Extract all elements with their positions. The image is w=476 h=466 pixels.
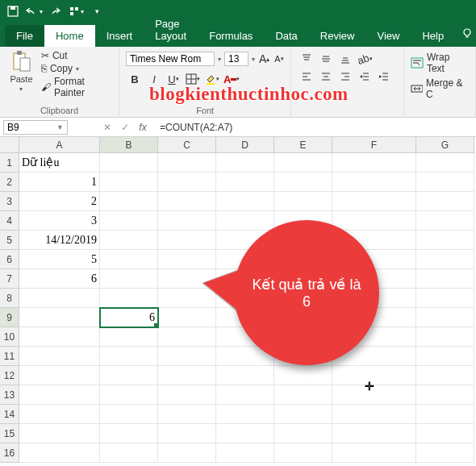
cell-g14[interactable] — [416, 405, 474, 424]
cell-b5[interactable] — [100, 231, 158, 250]
cell-f2[interactable] — [332, 173, 416, 192]
row-header-7[interactable]: 7 — [0, 269, 19, 289]
cell-f3[interactable] — [332, 192, 416, 211]
cell-g5[interactable] — [416, 231, 474, 250]
cell-f13[interactable] — [332, 385, 416, 405]
cell-a2[interactable]: 1 — [19, 173, 100, 192]
cell-c4[interactable] — [158, 211, 216, 231]
cell-e12[interactable] — [274, 366, 332, 385]
cell-a16[interactable] — [19, 443, 100, 463]
row-header-9[interactable]: 9 — [0, 308, 19, 327]
align-top-button[interactable] — [298, 50, 315, 68]
tab-review[interactable]: Review — [309, 25, 366, 47]
cell-a4[interactable]: 3 — [19, 211, 100, 231]
cell-e2[interactable] — [274, 173, 332, 192]
cell-a6[interactable]: 5 — [19, 250, 100, 269]
cell-d13[interactable] — [216, 385, 274, 405]
cell-g15[interactable] — [416, 424, 474, 443]
cell-g12[interactable] — [416, 366, 474, 385]
cell-b4[interactable] — [100, 211, 158, 231]
tab-page-layout[interactable]: Page Layout — [144, 13, 198, 47]
cell-c1[interactable] — [158, 153, 216, 173]
formula-input[interactable] — [155, 120, 476, 135]
customize-qat-icon[interactable]: ▾ — [87, 2, 106, 21]
increase-font-button[interactable]: A▴ — [258, 50, 270, 68]
cell-e14[interactable] — [274, 405, 332, 424]
cell-d16[interactable] — [216, 443, 274, 463]
align-center-button[interactable] — [317, 68, 335, 85]
cell-d3[interactable] — [216, 192, 274, 211]
cell-d14[interactable] — [216, 405, 274, 424]
cell-g8[interactable] — [416, 289, 474, 308]
decrease-indent-button[interactable] — [356, 68, 374, 85]
undo-icon[interactable]: ▾ — [24, 2, 44, 21]
align-left-button[interactable] — [298, 68, 315, 85]
cell-f12[interactable] — [332, 366, 416, 385]
row-header-13[interactable]: 13 — [0, 385, 19, 405]
orientation-button[interactable]: ab▾ — [356, 50, 374, 68]
tab-formulas[interactable]: Formulas — [198, 25, 264, 47]
cell-e16[interactable] — [274, 443, 332, 463]
tab-home[interactable]: Home — [44, 25, 95, 47]
row-header-12[interactable]: 12 — [0, 366, 19, 385]
cell-a3[interactable]: 2 — [19, 192, 100, 211]
cell-e1[interactable] — [274, 153, 332, 173]
cell-g11[interactable] — [416, 347, 474, 366]
column-header-g[interactable]: G — [416, 137, 474, 153]
decrease-font-button[interactable]: A▾ — [273, 50, 284, 68]
row-header-3[interactable]: 3 — [0, 192, 19, 211]
cell-g16[interactable] — [416, 443, 474, 463]
cell-g4[interactable] — [416, 211, 474, 231]
cell-a8[interactable] — [19, 289, 100, 308]
cell-d1[interactable] — [216, 153, 274, 173]
cell-c15[interactable] — [158, 424, 216, 443]
bold-button[interactable]: B — [126, 70, 144, 88]
column-header-e[interactable]: E — [274, 137, 332, 153]
column-header-a[interactable]: A — [19, 137, 100, 153]
paste-button[interactable]: Paste ▾ — [6, 50, 36, 98]
cell-g9[interactable] — [416, 308, 474, 327]
cell-a9[interactable] — [19, 308, 100, 327]
cell-e15[interactable] — [274, 424, 332, 443]
row-header-15[interactable]: 15 — [0, 424, 19, 443]
row-header-1[interactable]: 1 — [0, 153, 19, 173]
cell-a5[interactable]: 14/12/2019 — [19, 231, 100, 250]
cut-button[interactable]: ✂Cut — [41, 50, 112, 61]
tab-view[interactable]: View — [365, 25, 411, 47]
column-header-d[interactable]: D — [216, 137, 274, 153]
merge-center-button[interactable]: Merge & C — [411, 76, 469, 102]
cell-c2[interactable] — [158, 173, 216, 192]
cell-g6[interactable] — [416, 250, 474, 269]
cell-g1[interactable] — [416, 153, 474, 173]
cell-b2[interactable] — [100, 173, 158, 192]
cell-f16[interactable] — [332, 443, 416, 463]
cell-d15[interactable] — [216, 424, 274, 443]
column-header-b[interactable]: B — [100, 137, 158, 153]
row-header-11[interactable]: 11 — [0, 347, 19, 366]
cell-g3[interactable] — [416, 192, 474, 211]
name-box[interactable]: B9 ▼ — [3, 120, 68, 135]
tab-help[interactable]: Help — [411, 25, 455, 47]
cell-a11[interactable] — [19, 347, 100, 366]
cell-g7[interactable] — [416, 269, 474, 289]
cell-c14[interactable] — [158, 405, 216, 424]
cell-b10[interactable] — [100, 327, 158, 347]
cell-b9[interactable]: 6 — [100, 308, 158, 327]
cell-c12[interactable] — [158, 366, 216, 385]
copy-button[interactable]: ⎘Copy ▾ — [41, 63, 112, 74]
chevron-down-icon[interactable]: ▼ — [56, 123, 64, 131]
tab-insert[interactable]: Insert — [95, 25, 144, 47]
save-icon[interactable] — [3, 2, 23, 21]
row-header-16[interactable]: 16 — [0, 443, 19, 463]
wrap-text-button[interactable]: Wrap Text — [411, 50, 469, 76]
cell-b7[interactable] — [100, 269, 158, 289]
column-header-c[interactable]: C — [158, 137, 216, 153]
cell-f14[interactable] — [332, 405, 416, 424]
cell-b12[interactable] — [100, 366, 158, 385]
cell-a1[interactable]: Dữ liệu — [19, 153, 100, 173]
cell-f15[interactable] — [332, 424, 416, 443]
cell-g13[interactable] — [416, 385, 474, 405]
cell-b13[interactable] — [100, 385, 158, 405]
cell-a12[interactable] — [19, 366, 100, 385]
row-header-5[interactable]: 5 — [0, 231, 19, 250]
